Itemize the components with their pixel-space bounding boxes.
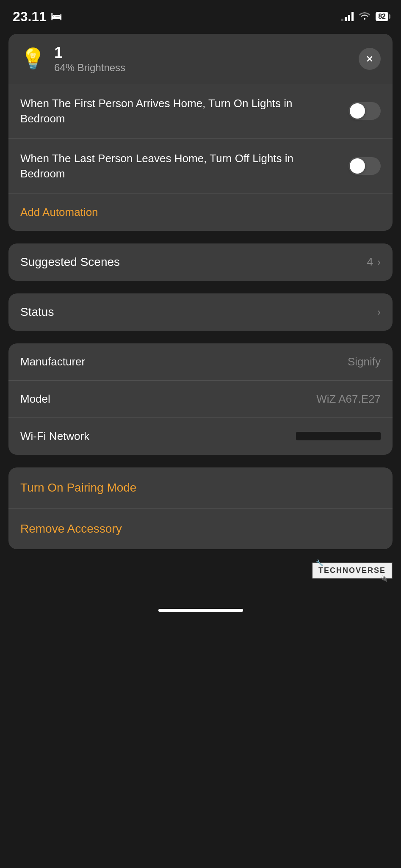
automation-section: When The First Person Arrives Home, Turn… (8, 84, 393, 194)
action-card: Turn On Pairing Mode Remove Accessory (8, 467, 393, 549)
status-time: 23.11 🛏 (13, 9, 62, 25)
chevron-right-icon: › (377, 256, 381, 268)
manufacturer-row: Manufacturer Signify (8, 343, 393, 381)
pairing-mode-button[interactable]: Turn On Pairing Mode (20, 481, 136, 494)
suggested-scenes-count: 4 (367, 255, 373, 268)
light-brightness: 64% Brightness (54, 62, 125, 74)
bed-icon: 🛏 (51, 10, 62, 23)
light-info: 1 64% Brightness (54, 44, 125, 74)
automation-toggle-1[interactable] (348, 102, 381, 120)
status-label: Status (20, 305, 54, 319)
wifi-value-redacted (296, 432, 381, 440)
bulb-icon: 💡 (20, 47, 46, 71)
automation-text-1: When The First Person Arrives Home, Turn… (20, 96, 348, 127)
light-header-left: 💡 1 64% Brightness (20, 44, 125, 74)
automation-text-2: When The Last Person Leaves Home, Turn O… (20, 151, 348, 182)
wifi-icon (359, 11, 371, 22)
close-button[interactable] (359, 48, 381, 70)
model-row: Model WiZ A67.E27 (8, 381, 393, 418)
remove-accessory-row[interactable]: Remove Accessory (8, 509, 393, 549)
remove-accessory-button[interactable]: Remove Accessory (20, 522, 122, 535)
suggested-scenes-card[interactable]: Suggested Scenes 4 › (8, 243, 393, 281)
automation-item-2: When The Last Person Leaves Home, Turn O… (8, 139, 393, 194)
light-header: 💡 1 64% Brightness (8, 34, 393, 84)
toggle-slider-2 (348, 157, 381, 175)
watermark-badge: TECHNOVERSE 🔌 🔧 (312, 562, 393, 579)
signal-icon (341, 12, 354, 21)
add-automation-section: Add Automation (8, 194, 393, 231)
manufacturer-value: Signify (348, 355, 381, 368)
wifi-row: Wi-Fi Network (8, 418, 393, 455)
status-bar: 23.11 🛏 82 (0, 0, 401, 30)
battery-indicator: 82 (376, 12, 388, 21)
add-automation-button[interactable]: Add Automation (20, 206, 381, 219)
manufacturer-label: Manufacturer (20, 355, 85, 368)
status-right: 82 (341, 11, 388, 22)
device-info-card: Manufacturer Signify Model WiZ A67.E27 W… (8, 343, 393, 455)
status-chevron-icon: › (377, 306, 381, 318)
pairing-mode-row[interactable]: Turn On Pairing Mode (8, 467, 393, 509)
toggle-slider-1 (348, 102, 381, 120)
status-card[interactable]: Status › (8, 293, 393, 331)
watermark: TECHNOVERSE 🔌 🔧 (8, 562, 393, 579)
automation-item-1: When The First Person Arrives Home, Turn… (8, 84, 393, 139)
automation-toggle-2[interactable] (348, 157, 381, 175)
status-right: › (377, 306, 381, 318)
wifi-label: Wi-Fi Network (20, 430, 89, 443)
suggested-scenes-right: 4 › (367, 255, 381, 268)
light-number: 1 (54, 44, 125, 62)
model-value: WiZ A67.E27 (316, 393, 381, 406)
home-indicator (158, 609, 243, 612)
model-label: Model (20, 393, 50, 406)
suggested-scenes-label: Suggested Scenes (20, 255, 120, 269)
